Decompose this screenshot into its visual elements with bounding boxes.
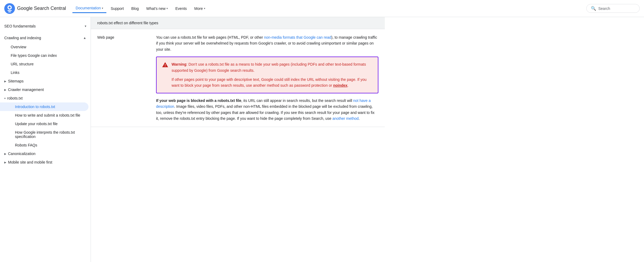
non-media-formats-link[interactable]: non-media formats that Google can read [264,35,331,39]
paragraph-end: . [359,116,360,121]
paragraph-bold: If your web page is blocked with a robot… [156,98,241,103]
sidebar-item-url-structure[interactable]: URL structure [0,60,88,68]
top-navigation: Google Search Central Documentation ▾ Su… [0,0,644,17]
sidebar-item-robots-faqs[interactable]: Robots FAQs [0,141,88,149]
sidebar-item-file-types-label: File types Google can index [11,53,57,58]
main-content: robots.txt effect on different file type… [91,17,385,262]
sidebar-item-links-label: Links [11,70,20,75]
table-cell-description: You can use a robots.txt file for web pa… [150,29,385,127]
sidebar-item-update-robots[interactable]: Update your robots.txt file [0,120,88,128]
more-chevron-icon: ▾ [204,7,205,10]
sidebar-item-canonicalization-label: Canonicalization [8,152,36,156]
page-layout: SEO fundamentals ▾ Crawling and indexing… [0,17,644,262]
sidebar-item-update-robots-label: Update your robots.txt file [15,122,58,126]
mobile-site-expand-icon: ▶ [4,161,6,164]
sidebar-seo-fundamentals-header[interactable]: SEO fundamentals ▾ [0,21,91,31]
search-bar[interactable]: 🔍 Search [586,4,640,13]
sidebar-item-sitemaps-label: Sitemaps [8,79,24,83]
warning-title-rest: : Don't use a robots.txt file as a means… [172,62,366,72]
sidebar: SEO fundamentals ▾ Crawling and indexing… [0,17,91,262]
description-paragraph: You can use a robots.txt file for web pa… [156,34,378,52]
sidebar-item-write-submit-label: How to write and submit a robots.txt fil… [15,113,80,117]
search-icon: 🔍 [591,6,596,11]
table-cell-type: Web page [91,29,150,127]
sidebar-item-canonicalization[interactable]: ▶ Canonicalization [0,149,91,158]
sidebar-item-intro-robots-txt-label: Introduction to robots.txt [15,105,55,109]
sidebar-crawling-header[interactable]: Crawling and indexing ▲ [0,33,91,43]
warning-triangle-icon [162,62,168,68]
canonicalization-expand-icon: ▶ [4,152,6,155]
sidebar-item-robots-txt[interactable]: ▾ robots.txt [0,94,91,102]
svg-rect-3 [7,10,12,11]
nav-blog-label: Blog [131,6,139,11]
sidebar-item-links[interactable]: Links [0,68,88,77]
nav-whats-new-label: What's new [146,6,165,11]
crawler-management-expand-icon: ▶ [4,88,6,91]
sidebar-item-robots-txt-label: robots.txt [7,96,23,100]
warning-body: If other pages point to your page with d… [172,77,373,89]
nav-blog[interactable]: Blog [128,4,142,13]
warning-body-after: . [347,83,348,88]
warning-box: Warning: Don't use a robots.txt file as … [156,57,378,93]
noindex-link-text: noindex [333,83,348,88]
logo-text: Google Search Central [17,6,66,11]
sidebar-crawling-label: Crawling and indexing [4,36,41,40]
content-table: robots.txt effect on different file type… [91,17,385,127]
nav-events-label: Events [175,6,187,11]
robots-txt-expand-icon: ▾ [4,97,6,100]
logo-link[interactable]: Google Search Central [4,3,66,14]
sidebar-seo-fundamentals-label: SEO fundamentals [4,24,36,28]
description-before: You can use a robots.txt file for web pa… [156,35,264,39]
nav-support[interactable]: Support [107,4,127,13]
sidebar-item-mobile-site-label: Mobile site and mobile first [8,160,52,164]
sitemaps-expand-icon: ▶ [4,80,6,83]
documentation-chevron-icon: ▾ [102,7,103,10]
sidebar-item-overview-label: Overview [11,45,26,49]
nav-documentation-label: Documentation [76,6,101,10]
sidebar-item-intro-robots-txt[interactable]: Introduction to robots.txt [0,102,88,111]
warning-title: Warning: Don't use a robots.txt file as … [172,61,373,73]
paragraph-after-bold: , its URL can still appear in search res… [241,98,353,103]
sidebar-item-mobile-site[interactable]: ▶ Mobile site and mobile first [0,158,91,166]
another-method-link[interactable]: another method [332,116,359,121]
nav-whats-new[interactable]: What's new ▾ [143,4,171,13]
table-row: Web page You can use a robots.txt file f… [91,29,385,127]
another-method-link-text: another method [332,116,359,121]
nav-support-label: Support [111,6,124,11]
nav-documentation[interactable]: Documentation ▾ [72,4,106,13]
warning-title-bold: Warning [172,62,186,66]
sidebar-item-sitemaps[interactable]: ▶ Sitemaps [0,77,91,85]
sidebar-item-crawler-management[interactable]: ▶ Crawler management [0,85,91,94]
nav-more[interactable]: More ▾ [191,4,208,13]
non-media-formats-link-text: non-media formats that Google can read [264,35,331,39]
sidebar-item-google-interprets-label: How Google interprets the robots.txt spe… [15,130,84,139]
sidebar-item-file-types[interactable]: File types Google can index [0,51,88,60]
svg-rect-4 [8,11,11,12]
sidebar-seo-fundamentals-section: SEO fundamentals ▾ [0,21,91,31]
sidebar-item-write-submit[interactable]: How to write and submit a robots.txt fil… [0,111,88,120]
nav-more-label: More [194,6,203,11]
blocked-page-paragraph: If your web page is blocked with a robot… [156,98,378,122]
sidebar-item-crawler-management-label: Crawler management [8,88,44,92]
sidebar-crawling-items: Overview File types Google can index URL… [0,43,91,169]
sidebar-item-overview[interactable]: Overview [0,43,88,51]
logo-icon [4,3,15,14]
crawling-chevron-icon: ▲ [83,36,86,40]
search-placeholder: Search [598,6,610,11]
sidebar-item-robots-faqs-label: Robots FAQs [15,143,37,147]
sidebar-item-url-structure-label: URL structure [11,62,34,66]
nav-events[interactable]: Events [172,4,190,13]
warning-header: Warning: Don't use a robots.txt file as … [162,61,373,73]
sidebar-crawling-section: Crawling and indexing ▲ Overview File ty… [0,33,91,169]
nav-links: Documentation ▾ Support Blog What's new … [72,4,586,13]
svg-point-2 [9,6,11,9]
table-header: robots.txt effect on different file type… [91,17,385,29]
noindex-link[interactable]: noindex [333,83,348,88]
whats-new-chevron-icon: ▾ [166,7,168,10]
sidebar-item-google-interprets[interactable]: How Google interprets the robots.txt spe… [0,128,88,141]
seo-fundamentals-chevron-icon: ▾ [85,24,86,28]
